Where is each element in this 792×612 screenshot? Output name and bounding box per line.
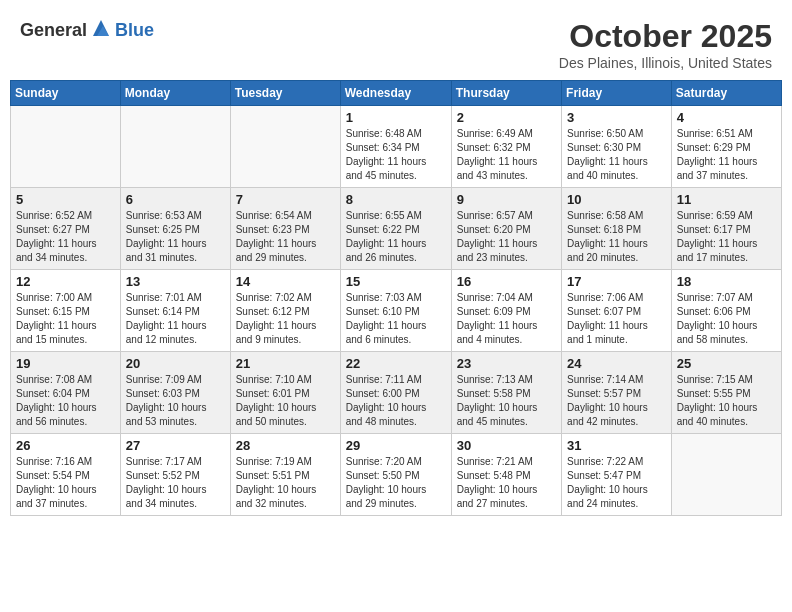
calendar-week-row: 5Sunrise: 6:52 AM Sunset: 6:27 PM Daylig… (11, 188, 782, 270)
calendar-day-cell: 8Sunrise: 6:55 AM Sunset: 6:22 PM Daylig… (340, 188, 451, 270)
day-info: Sunrise: 6:54 AM Sunset: 6:23 PM Dayligh… (236, 209, 335, 265)
calendar-day-cell: 24Sunrise: 7:14 AM Sunset: 5:57 PM Dayli… (562, 352, 672, 434)
day-info: Sunrise: 6:52 AM Sunset: 6:27 PM Dayligh… (16, 209, 115, 265)
calendar-day-cell: 31Sunrise: 7:22 AM Sunset: 5:47 PM Dayli… (562, 434, 672, 516)
calendar-day-cell: 16Sunrise: 7:04 AM Sunset: 6:09 PM Dayli… (451, 270, 561, 352)
day-number: 6 (126, 192, 225, 207)
day-info: Sunrise: 6:53 AM Sunset: 6:25 PM Dayligh… (126, 209, 225, 265)
calendar-day-cell: 30Sunrise: 7:21 AM Sunset: 5:48 PM Dayli… (451, 434, 561, 516)
calendar-day-cell: 18Sunrise: 7:07 AM Sunset: 6:06 PM Dayli… (671, 270, 781, 352)
weekday-header-cell: Wednesday (340, 81, 451, 106)
weekday-header-cell: Friday (562, 81, 672, 106)
calendar-week-row: 1Sunrise: 6:48 AM Sunset: 6:34 PM Daylig… (11, 106, 782, 188)
day-number: 12 (16, 274, 115, 289)
day-info: Sunrise: 7:15 AM Sunset: 5:55 PM Dayligh… (677, 373, 776, 429)
day-info: Sunrise: 6:58 AM Sunset: 6:18 PM Dayligh… (567, 209, 666, 265)
logo-blue: Blue (115, 20, 154, 41)
day-number: 3 (567, 110, 666, 125)
day-number: 22 (346, 356, 446, 371)
day-number: 16 (457, 274, 556, 289)
calendar-day-cell: 26Sunrise: 7:16 AM Sunset: 5:54 PM Dayli… (11, 434, 121, 516)
page-header: General Blue October 2025 Des Plaines, I… (10, 10, 782, 76)
calendar-day-cell: 14Sunrise: 7:02 AM Sunset: 6:12 PM Dayli… (230, 270, 340, 352)
weekday-header-cell: Tuesday (230, 81, 340, 106)
calendar-day-cell: 20Sunrise: 7:09 AM Sunset: 6:03 PM Dayli… (120, 352, 230, 434)
day-info: Sunrise: 6:48 AM Sunset: 6:34 PM Dayligh… (346, 127, 446, 183)
calendar-day-cell: 3Sunrise: 6:50 AM Sunset: 6:30 PM Daylig… (562, 106, 672, 188)
calendar-day-cell: 12Sunrise: 7:00 AM Sunset: 6:15 PM Dayli… (11, 270, 121, 352)
calendar-day-cell: 4Sunrise: 6:51 AM Sunset: 6:29 PM Daylig… (671, 106, 781, 188)
day-number: 9 (457, 192, 556, 207)
day-number: 31 (567, 438, 666, 453)
day-number: 14 (236, 274, 335, 289)
location-title: Des Plaines, Illinois, United States (559, 55, 772, 71)
day-info: Sunrise: 6:57 AM Sunset: 6:20 PM Dayligh… (457, 209, 556, 265)
calendar-day-cell (120, 106, 230, 188)
calendar-day-cell: 10Sunrise: 6:58 AM Sunset: 6:18 PM Dayli… (562, 188, 672, 270)
day-number: 17 (567, 274, 666, 289)
day-info: Sunrise: 6:55 AM Sunset: 6:22 PM Dayligh… (346, 209, 446, 265)
day-info: Sunrise: 7:02 AM Sunset: 6:12 PM Dayligh… (236, 291, 335, 347)
day-number: 26 (16, 438, 115, 453)
day-number: 1 (346, 110, 446, 125)
day-info: Sunrise: 7:07 AM Sunset: 6:06 PM Dayligh… (677, 291, 776, 347)
calendar-day-cell (230, 106, 340, 188)
weekday-header-cell: Thursday (451, 81, 561, 106)
day-info: Sunrise: 7:06 AM Sunset: 6:07 PM Dayligh… (567, 291, 666, 347)
calendar-week-row: 12Sunrise: 7:00 AM Sunset: 6:15 PM Dayli… (11, 270, 782, 352)
logo-icon (89, 18, 113, 42)
day-number: 29 (346, 438, 446, 453)
day-info: Sunrise: 6:50 AM Sunset: 6:30 PM Dayligh… (567, 127, 666, 183)
day-number: 11 (677, 192, 776, 207)
calendar-week-row: 19Sunrise: 7:08 AM Sunset: 6:04 PM Dayli… (11, 352, 782, 434)
day-number: 27 (126, 438, 225, 453)
day-number: 13 (126, 274, 225, 289)
day-info: Sunrise: 7:14 AM Sunset: 5:57 PM Dayligh… (567, 373, 666, 429)
calendar-day-cell: 11Sunrise: 6:59 AM Sunset: 6:17 PM Dayli… (671, 188, 781, 270)
calendar-day-cell: 23Sunrise: 7:13 AM Sunset: 5:58 PM Dayli… (451, 352, 561, 434)
day-number: 25 (677, 356, 776, 371)
day-info: Sunrise: 7:00 AM Sunset: 6:15 PM Dayligh… (16, 291, 115, 347)
day-number: 28 (236, 438, 335, 453)
day-info: Sunrise: 6:59 AM Sunset: 6:17 PM Dayligh… (677, 209, 776, 265)
day-number: 8 (346, 192, 446, 207)
calendar-day-cell: 2Sunrise: 6:49 AM Sunset: 6:32 PM Daylig… (451, 106, 561, 188)
calendar-day-cell (671, 434, 781, 516)
day-number: 15 (346, 274, 446, 289)
weekday-header-cell: Saturday (671, 81, 781, 106)
day-info: Sunrise: 7:03 AM Sunset: 6:10 PM Dayligh… (346, 291, 446, 347)
calendar-body: 1Sunrise: 6:48 AM Sunset: 6:34 PM Daylig… (11, 106, 782, 516)
calendar-day-cell: 27Sunrise: 7:17 AM Sunset: 5:52 PM Dayli… (120, 434, 230, 516)
day-number: 19 (16, 356, 115, 371)
day-info: Sunrise: 7:17 AM Sunset: 5:52 PM Dayligh… (126, 455, 225, 511)
calendar-day-cell: 19Sunrise: 7:08 AM Sunset: 6:04 PM Dayli… (11, 352, 121, 434)
day-number: 4 (677, 110, 776, 125)
calendar-day-cell: 13Sunrise: 7:01 AM Sunset: 6:14 PM Dayli… (120, 270, 230, 352)
day-info: Sunrise: 7:20 AM Sunset: 5:50 PM Dayligh… (346, 455, 446, 511)
day-number: 24 (567, 356, 666, 371)
day-number: 7 (236, 192, 335, 207)
day-info: Sunrise: 7:04 AM Sunset: 6:09 PM Dayligh… (457, 291, 556, 347)
day-number: 2 (457, 110, 556, 125)
calendar-day-cell: 29Sunrise: 7:20 AM Sunset: 5:50 PM Dayli… (340, 434, 451, 516)
day-number: 30 (457, 438, 556, 453)
weekday-header-row: SundayMondayTuesdayWednesdayThursdayFrid… (11, 81, 782, 106)
calendar-day-cell: 25Sunrise: 7:15 AM Sunset: 5:55 PM Dayli… (671, 352, 781, 434)
day-info: Sunrise: 7:13 AM Sunset: 5:58 PM Dayligh… (457, 373, 556, 429)
calendar-day-cell: 9Sunrise: 6:57 AM Sunset: 6:20 PM Daylig… (451, 188, 561, 270)
day-number: 23 (457, 356, 556, 371)
logo-general: General (20, 20, 87, 41)
day-number: 10 (567, 192, 666, 207)
calendar-day-cell: 5Sunrise: 6:52 AM Sunset: 6:27 PM Daylig… (11, 188, 121, 270)
title-block: October 2025 Des Plaines, Illinois, Unit… (559, 18, 772, 71)
calendar-day-cell: 1Sunrise: 6:48 AM Sunset: 6:34 PM Daylig… (340, 106, 451, 188)
calendar-day-cell: 6Sunrise: 6:53 AM Sunset: 6:25 PM Daylig… (120, 188, 230, 270)
day-info: Sunrise: 6:51 AM Sunset: 6:29 PM Dayligh… (677, 127, 776, 183)
calendar-day-cell (11, 106, 121, 188)
calendar-day-cell: 17Sunrise: 7:06 AM Sunset: 6:07 PM Dayli… (562, 270, 672, 352)
calendar-day-cell: 7Sunrise: 6:54 AM Sunset: 6:23 PM Daylig… (230, 188, 340, 270)
calendar-day-cell: 15Sunrise: 7:03 AM Sunset: 6:10 PM Dayli… (340, 270, 451, 352)
calendar-day-cell: 28Sunrise: 7:19 AM Sunset: 5:51 PM Dayli… (230, 434, 340, 516)
day-info: Sunrise: 7:22 AM Sunset: 5:47 PM Dayligh… (567, 455, 666, 511)
day-number: 20 (126, 356, 225, 371)
